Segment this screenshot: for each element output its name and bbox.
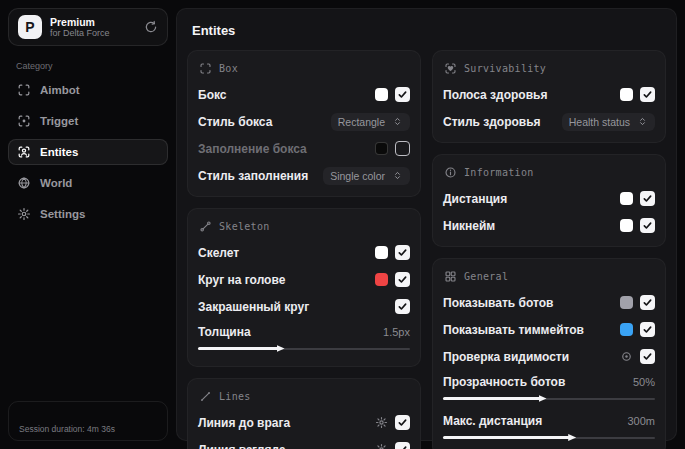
setting-label: Круг на голове xyxy=(198,273,285,287)
card-lines: LinesЛиния до врагаЛиния взгляда xyxy=(187,378,421,449)
color-swatch[interactable] xyxy=(375,142,388,155)
select-dropdown[interactable]: Health status xyxy=(562,113,655,131)
color-swatch[interactable] xyxy=(375,273,388,286)
premium-logo: P xyxy=(18,15,42,39)
sidebar-item-aimbot[interactable]: Aimbot xyxy=(8,77,168,103)
toggle-row: Проверка видимости xyxy=(443,346,655,367)
slider-thumb[interactable] xyxy=(568,434,576,441)
checkbox[interactable] xyxy=(640,295,655,310)
setting-label: Прозрачность ботов xyxy=(443,375,565,389)
slider[interactable] xyxy=(443,395,655,402)
select-value: Single color xyxy=(330,170,385,182)
toggle-row: Скелет xyxy=(198,242,410,263)
column-right: SurvivabilityПолоса здоровьяСтиль здоров… xyxy=(432,50,666,449)
card-title: General xyxy=(464,271,508,282)
sidebar-item-entites[interactable]: Entites xyxy=(8,139,168,165)
card-header: Lines xyxy=(199,390,410,403)
checkbox[interactable] xyxy=(395,272,410,287)
setting-label: Никнейм xyxy=(443,219,495,233)
color-swatch[interactable] xyxy=(620,323,633,336)
sidebar-item-settings[interactable]: Settings xyxy=(8,201,168,227)
slider-fill xyxy=(198,347,279,350)
card-general: GeneralПоказывать ботовПоказывать тиммей… xyxy=(432,258,666,449)
column-left: BoxБоксСтиль боксаRectangleЗаполнение бо… xyxy=(187,50,421,449)
focus-icon[interactable] xyxy=(620,350,633,363)
check-icon xyxy=(642,297,653,308)
sidebar: P Premium for Delta Force Category Aimbo… xyxy=(8,8,168,441)
line-icon xyxy=(199,390,212,403)
bone-icon xyxy=(199,220,212,233)
card-header: Box xyxy=(199,62,410,75)
select-value: Health status xyxy=(569,116,630,128)
setting-label: Макс. дистанция xyxy=(443,414,542,428)
setting-label: Скелет xyxy=(198,246,239,260)
toggle-row: Дистанция xyxy=(443,188,655,209)
refresh-icon[interactable] xyxy=(144,20,158,34)
color-swatch[interactable] xyxy=(620,219,633,232)
card-information: InformationДистанцияНикнейм xyxy=(432,154,666,247)
toggle-row: Показывать ботов xyxy=(443,292,655,313)
toggle-row: Показывать тиммейтов xyxy=(443,319,655,340)
check-icon xyxy=(642,324,653,335)
checkbox[interactable] xyxy=(640,87,655,102)
checkbox[interactable] xyxy=(640,191,655,206)
checkbox[interactable] xyxy=(395,87,410,102)
card-header: Survivability xyxy=(444,62,655,75)
slider-row: Макс. дистанция300m xyxy=(443,412,655,445)
premium-subtitle: for Delta Force xyxy=(50,28,110,38)
slider[interactable] xyxy=(443,434,655,441)
select-row: Стиль боксаRectangle xyxy=(198,111,410,132)
card-header: Skeleton xyxy=(199,220,410,233)
chevrons-up-down-icon xyxy=(392,170,403,181)
checkbox[interactable] xyxy=(395,245,410,260)
checkbox[interactable] xyxy=(395,299,410,314)
slider-value: 1.5px xyxy=(383,326,410,338)
color-swatch[interactable] xyxy=(620,88,633,101)
setting-label: Стиль здоровья xyxy=(443,115,541,129)
toggle-row: Линия взгляда xyxy=(198,439,410,449)
setting-label: Проверка видимости xyxy=(443,350,569,364)
setting-label: Заполнение бокса xyxy=(198,142,307,156)
gear-icon[interactable] xyxy=(375,443,388,449)
grid-icon xyxy=(444,270,457,283)
chevrons-up-down-icon xyxy=(392,116,403,127)
color-swatch[interactable] xyxy=(375,88,388,101)
setting-label: Дистанция xyxy=(443,192,507,206)
sidebar-item-trigget[interactable]: Trigget xyxy=(8,108,168,134)
gear-icon xyxy=(17,207,31,221)
card-skeleton: SkeletonСкелетКруг на головеЗакрашенный … xyxy=(187,208,421,367)
check-icon xyxy=(397,274,408,285)
checkbox[interactable] xyxy=(640,218,655,233)
checkbox[interactable] xyxy=(640,349,655,364)
session-duration-text: Session duration: 4m 36s xyxy=(19,424,115,434)
slider-fill xyxy=(443,436,570,439)
sidebar-item-label: Settings xyxy=(40,208,85,220)
card-header: General xyxy=(444,270,655,283)
setting-label: Толщина xyxy=(198,325,251,339)
toggle-row: Закрашенный круг xyxy=(198,296,410,317)
color-swatch[interactable] xyxy=(375,246,388,259)
slider-thumb[interactable] xyxy=(539,395,547,402)
slider-fill xyxy=(443,397,541,400)
gear-icon[interactable] xyxy=(375,416,388,429)
checkbox[interactable] xyxy=(395,141,410,156)
sidebar-item-world[interactable]: World xyxy=(8,170,168,196)
premium-card[interactable]: P Premium for Delta Force xyxy=(8,8,168,46)
select-dropdown[interactable]: Rectangle xyxy=(331,113,410,131)
checkbox[interactable] xyxy=(395,442,410,449)
globe-icon xyxy=(17,176,31,190)
slider[interactable] xyxy=(198,345,410,352)
select-dropdown[interactable]: Single color xyxy=(323,167,410,185)
toggle-row: Полоса здоровья xyxy=(443,84,655,105)
checkbox[interactable] xyxy=(395,415,410,430)
card-survivability: SurvivabilityПолоса здоровьяСтиль здоров… xyxy=(432,50,666,143)
page-title: Entites xyxy=(192,23,666,38)
color-swatch[interactable] xyxy=(620,296,633,309)
color-swatch[interactable] xyxy=(620,192,633,205)
check-icon xyxy=(642,220,653,231)
toggle-row: Заполнение бокса xyxy=(198,138,410,159)
sidebar-item-label: Entites xyxy=(40,146,78,158)
checkbox[interactable] xyxy=(640,322,655,337)
slider-thumb[interactable] xyxy=(277,345,285,352)
setting-label: Показывать ботов xyxy=(443,296,553,310)
